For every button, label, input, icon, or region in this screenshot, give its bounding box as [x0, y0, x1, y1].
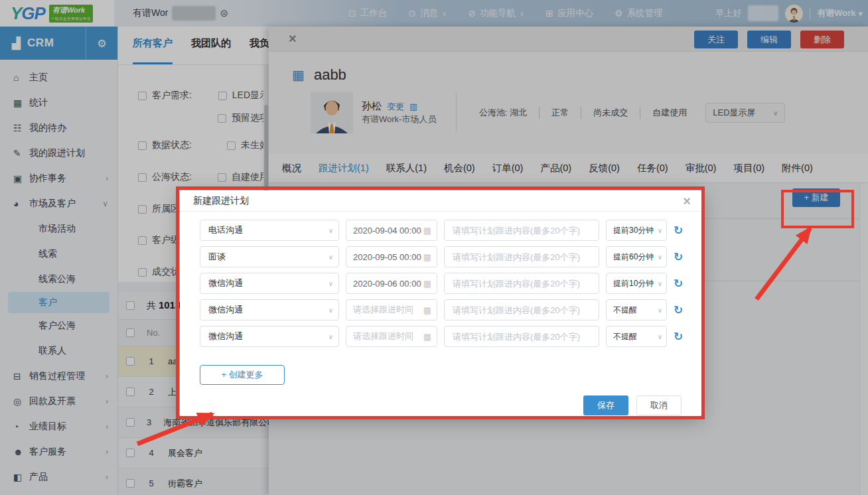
reset-row-icon[interactable]: ↻ [674, 303, 683, 317]
follow-type-select[interactable]: 微信沟通∨ [200, 326, 339, 347]
plan-row: 微信沟通∨ 2020-09-06 00:00▦ 提前10分钟∨ ↻ [200, 273, 686, 294]
save-button[interactable]: 保存 [583, 395, 628, 415]
chevron-down-icon: ∨ [658, 253, 662, 261]
new-follow-plan-modal: 新建跟进计划 × 电话沟通∨ 2020-09-04 00:00▦ 提前30分钟∨… [180, 190, 701, 416]
chevron-down-icon: ∨ [328, 333, 333, 340]
modal-title: 新建跟进计划 [193, 195, 249, 207]
calendar-icon: ▦ [423, 252, 431, 262]
remind-select[interactable]: 不提醒∨ [606, 326, 667, 347]
follow-time-picker[interactable]: 2020-09-06 00:00▦ [346, 273, 437, 294]
chevron-down-icon: ∨ [328, 253, 333, 261]
plan-content-input[interactable] [444, 326, 599, 347]
follow-type-select[interactable]: 电话沟通∨ [200, 220, 339, 241]
remind-select[interactable]: 提前60分钟∨ [606, 246, 667, 267]
cancel-button[interactable]: 取消 [636, 395, 682, 415]
plan-content-input[interactable] [444, 220, 599, 241]
plan-row: 微信沟通∨ 请选择跟进时间▦ 不提醒∨ ↻ [200, 299, 686, 320]
follow-time-picker[interactable]: 请选择跟进时间▦ [346, 299, 437, 320]
chevron-down-icon: ∨ [658, 280, 662, 287]
plan-content-input[interactable] [444, 273, 599, 294]
calendar-icon: ▦ [423, 279, 431, 289]
follow-type-select[interactable]: 微信沟通∨ [200, 299, 339, 320]
reset-row-icon[interactable]: ↻ [674, 330, 683, 344]
follow-type-select[interactable]: 微信沟通∨ [200, 273, 339, 294]
calendar-icon: ▦ [423, 305, 431, 315]
chevron-down-icon: ∨ [328, 280, 333, 287]
chevron-down-icon: ∨ [658, 227, 662, 234]
plan-content-input[interactable] [444, 299, 599, 320]
remind-select[interactable]: 提前10分钟∨ [606, 273, 667, 294]
remind-select[interactable]: 提前30分钟∨ [606, 220, 667, 241]
remind-select[interactable]: 不提醒∨ [606, 299, 667, 320]
follow-time-picker[interactable]: 2020-09-04 00:00▦ [346, 220, 437, 241]
chevron-down-icon: ∨ [328, 307, 333, 314]
reset-row-icon[interactable]: ↻ [674, 277, 683, 291]
plan-row: 面谈∨ 2020-09-05 00:00▦ 提前60分钟∨ ↻ [200, 246, 686, 267]
reset-row-icon[interactable]: ↻ [674, 250, 683, 264]
reset-row-icon[interactable]: ↻ [674, 224, 683, 238]
create-more-button[interactable]: + 创建更多 [200, 365, 285, 385]
follow-time-picker[interactable]: 请选择跟进时间▦ [346, 326, 437, 347]
chevron-down-icon: ∨ [328, 227, 333, 234]
calendar-icon: ▦ [423, 226, 431, 236]
plan-content-input[interactable] [444, 246, 599, 267]
follow-type-select[interactable]: 面谈∨ [200, 246, 339, 267]
plan-row: 电话沟通∨ 2020-09-04 00:00▦ 提前30分钟∨ ↻ [200, 220, 686, 241]
modal-close-icon[interactable]: × [683, 194, 691, 208]
follow-time-picker[interactable]: 2020-09-05 00:00▦ [346, 246, 437, 267]
chevron-down-icon: ∨ [658, 333, 662, 340]
plan-row: 微信沟通∨ 请选择跟进时间▦ 不提醒∨ ↻ [200, 326, 686, 347]
calendar-icon: ▦ [423, 332, 431, 342]
chevron-down-icon: ∨ [658, 307, 662, 314]
